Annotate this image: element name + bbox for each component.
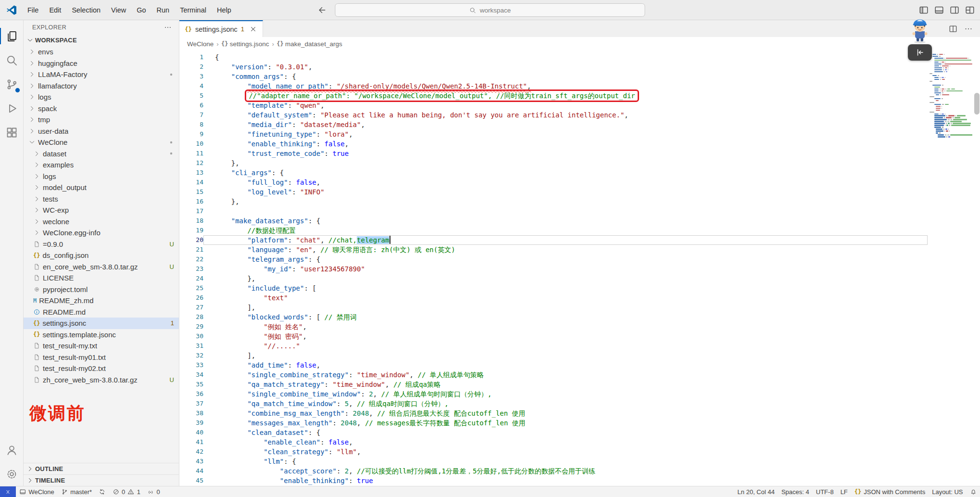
menu-edit[interactable]: Edit bbox=[44, 0, 66, 20]
status-workspace-badge[interactable]: WeClone bbox=[16, 486, 58, 497]
scrollbar-thumb[interactable] bbox=[974, 93, 980, 115]
line-number[interactable]: 26 bbox=[179, 293, 203, 303]
tree-item-model_output[interactable]: model_output bbox=[24, 182, 179, 193]
code-line-6[interactable]: 6 "template": "qwen", bbox=[179, 101, 928, 110]
editor-scrollbar[interactable] bbox=[973, 51, 980, 486]
toggle-secondary-sidebar-icon[interactable] bbox=[949, 5, 960, 15]
line-number[interactable]: 11 bbox=[179, 149, 203, 158]
line-number[interactable]: 14 bbox=[179, 178, 203, 187]
line-number[interactable]: 43 bbox=[179, 457, 203, 466]
code-line-26[interactable]: 26 "text" bbox=[179, 293, 928, 303]
code-line-9[interactable]: 9 "finetuning_type": "lora", bbox=[179, 129, 928, 139]
line-number[interactable]: 24 bbox=[179, 274, 203, 283]
code-line-32[interactable]: 32 ], bbox=[179, 351, 928, 360]
code-line-13[interactable]: 13 "cli_args": { bbox=[179, 168, 928, 178]
tree-item-WeClone.egg-info[interactable]: WeClone.egg-info bbox=[24, 227, 179, 239]
command-center[interactable]: workspace bbox=[335, 3, 645, 17]
line-number[interactable]: 5 bbox=[179, 91, 203, 101]
line-number[interactable]: 25 bbox=[179, 283, 203, 293]
line-number[interactable]: 7 bbox=[179, 110, 203, 120]
menu-view[interactable]: View bbox=[106, 0, 131, 20]
tree-item-LICENSE[interactable]: LICENSE bbox=[24, 272, 179, 284]
line-number[interactable]: 18 bbox=[179, 216, 203, 226]
line-number[interactable]: 13 bbox=[179, 168, 203, 178]
tree-item-examples[interactable]: examples bbox=[24, 159, 179, 171]
code-line-22[interactable]: 22 "telegram_args": { bbox=[179, 255, 928, 264]
code-line-33[interactable]: 33 "add_time": false, bbox=[179, 360, 928, 370]
menu-run[interactable]: Run bbox=[151, 0, 175, 20]
code-line-27[interactable]: 27 ], bbox=[179, 303, 928, 312]
code-line-45[interactable]: 45 "enable_thinking": true bbox=[179, 476, 928, 485]
code-line-8[interactable]: 8 "media_dir": "dataset/media", bbox=[179, 120, 928, 129]
status-keyboard-layout[interactable]: Layout: US bbox=[929, 486, 966, 497]
tree-item-test_result-my02.txt[interactable]: test_result-my02.txt bbox=[24, 363, 179, 374]
code-line-35[interactable]: 35 "qa_match_strategy": "time_window", /… bbox=[179, 380, 928, 389]
code-line-3[interactable]: 3 "common_args": { bbox=[179, 72, 928, 81]
status-cursor-position[interactable]: Ln 20, Col 44 bbox=[734, 486, 778, 497]
tab-settings-jsonc[interactable]: {} settings.jsonc 1 bbox=[179, 20, 263, 37]
status-remote-indicator[interactable] bbox=[0, 486, 16, 497]
code-line-34[interactable]: 34 "single_combine_strategy": "time_wind… bbox=[179, 370, 928, 380]
tree-item-tests[interactable]: tests bbox=[24, 193, 179, 205]
status-eol[interactable]: LF bbox=[837, 486, 851, 497]
customize-layout-icon[interactable] bbox=[965, 5, 975, 15]
code-line-11[interactable]: 11 "trust_remote_code": true bbox=[179, 149, 928, 158]
tree-item-LLaMA-Factory[interactable]: LLaMA-Factory bbox=[24, 69, 179, 80]
outline-section[interactable]: OUTLINE bbox=[24, 463, 179, 474]
code-line-19[interactable]: 19 //数据处理配置 bbox=[179, 226, 928, 235]
line-number[interactable]: 21 bbox=[179, 245, 203, 255]
tree-item-README.md[interactable]: README.md bbox=[24, 306, 179, 318]
tree-item-huggingface[interactable]: huggingface bbox=[24, 58, 179, 69]
code-line-30[interactable]: 30 "例如 密码", bbox=[179, 331, 928, 341]
line-number[interactable]: 12 bbox=[179, 158, 203, 168]
line-number[interactable]: 4 bbox=[179, 81, 203, 91]
code-line-2[interactable]: 2 "version": "0.3.01", bbox=[179, 62, 928, 72]
tree-item-0.9.0[interactable]: =0.9.0U bbox=[24, 239, 179, 250]
line-number[interactable]: 36 bbox=[179, 389, 203, 399]
tree-item-WeClone[interactable]: WeClone bbox=[24, 137, 179, 148]
line-number[interactable]: 27 bbox=[179, 303, 203, 312]
status-git-sync[interactable] bbox=[95, 486, 109, 497]
code-line-1[interactable]: 1{ bbox=[179, 52, 928, 62]
timeline-section[interactable]: TIMELINE bbox=[24, 474, 179, 486]
status-language-mode[interactable]: {}JSON with Comments bbox=[851, 486, 929, 497]
code-line-39[interactable]: 39 "messages_max_length": 2048, // messa… bbox=[179, 418, 928, 428]
code-line-41[interactable]: 41 "enable_clean": false, bbox=[179, 437, 928, 447]
toggle-panel-icon[interactable] bbox=[934, 5, 944, 15]
tree-item-test_result-my01.txt[interactable]: test_result-my01.txt bbox=[24, 352, 179, 363]
line-number[interactable]: 42 bbox=[179, 447, 203, 457]
activitybar-extensions[interactable] bbox=[0, 120, 24, 144]
line-number[interactable]: 19 bbox=[179, 226, 203, 235]
line-number[interactable]: 29 bbox=[179, 322, 203, 331]
tree-item-logs[interactable]: logs bbox=[24, 171, 179, 182]
line-number[interactable]: 32 bbox=[179, 351, 203, 360]
line-number[interactable]: 40 bbox=[179, 428, 203, 437]
menu-go[interactable]: Go bbox=[131, 0, 151, 20]
line-number[interactable]: 41 bbox=[179, 437, 203, 447]
line-number[interactable]: 23 bbox=[179, 264, 203, 274]
tree-item-dataset[interactable]: dataset bbox=[24, 148, 179, 160]
tree-item-settings.jsonc[interactable]: {}settings.jsonc1 bbox=[24, 318, 179, 329]
tree-item-test_result-my.txt[interactable]: test_result-my.txt bbox=[24, 340, 179, 352]
code-line-17[interactable]: 17 bbox=[179, 206, 928, 216]
line-number[interactable]: 16 bbox=[179, 197, 203, 206]
status-indentation[interactable]: Spaces: 4 bbox=[778, 486, 813, 497]
line-number[interactable]: 2 bbox=[179, 62, 203, 72]
activitybar-run-debug[interactable] bbox=[0, 96, 24, 120]
code-line-31[interactable]: 31 "//....." bbox=[179, 341, 928, 351]
line-number[interactable]: 39 bbox=[179, 418, 203, 428]
line-number[interactable]: 22 bbox=[179, 255, 203, 264]
status-problems[interactable]: 01 bbox=[109, 486, 144, 497]
breadcrumb-item[interactable]: {}settings.jsonc bbox=[222, 40, 269, 48]
line-number[interactable]: 45 bbox=[179, 476, 203, 485]
line-number[interactable]: 20 bbox=[179, 235, 203, 245]
code-line-16[interactable]: 16 }, bbox=[179, 197, 928, 206]
tree-item-tmp[interactable]: tmp bbox=[24, 114, 179, 126]
activitybar-source-control[interactable] bbox=[0, 72, 24, 96]
code-line-40[interactable]: 40 "clean_dataset": { bbox=[179, 428, 928, 437]
code-line-10[interactable]: 10 "enable_thinking": false, bbox=[179, 139, 928, 149]
line-number[interactable]: 34 bbox=[179, 370, 203, 380]
line-number[interactable]: 8 bbox=[179, 120, 203, 129]
code-line-38[interactable]: 38 "combine_msg_max_length": 2048, // 组合… bbox=[179, 408, 928, 418]
status-notifications[interactable] bbox=[967, 486, 980, 497]
